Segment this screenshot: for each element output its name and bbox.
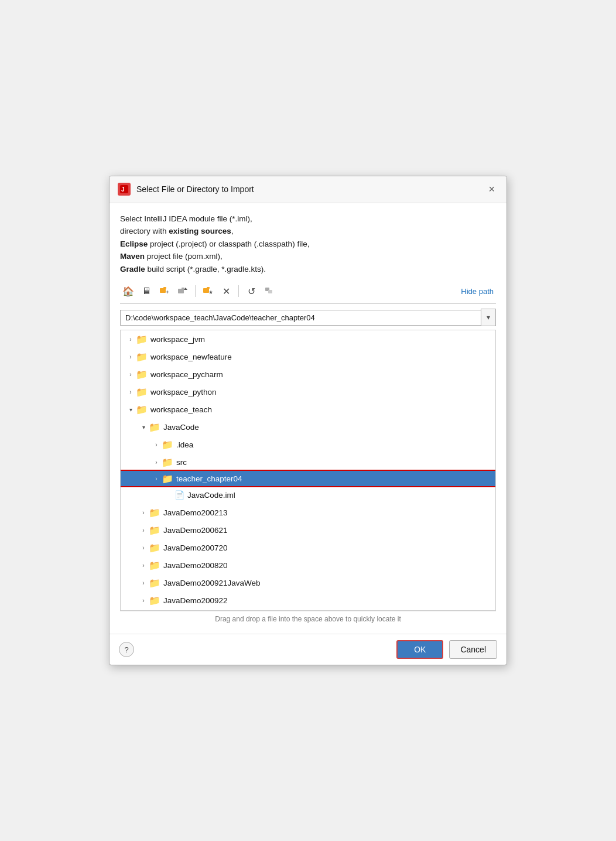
- tree-item-label: JavaCode.iml: [187, 491, 235, 500]
- desc-line3b: project (.project) or classpath (.classp…: [148, 240, 309, 248]
- folder-icon: 📁: [136, 387, 148, 398]
- tree-item-label: src: [176, 458, 187, 467]
- refresh-button[interactable]: ↺: [243, 283, 259, 299]
- folder-icon: 📁: [136, 404, 148, 415]
- tree-item-label: .idea: [176, 440, 193, 449]
- folder-icon: 📁: [162, 473, 173, 484]
- tree-item[interactable]: ›📁JavaDemo200921JavaWeb: [121, 574, 495, 592]
- desc-line1: Select IntelliJ IDEA module file (*.iml)…: [120, 214, 252, 223]
- tree-item-label: JavaDemo200720: [163, 543, 228, 552]
- desc-line2b: ,: [231, 227, 234, 235]
- tree-item-label: workspace_jvm: [150, 335, 205, 344]
- tree-item[interactable]: ›📁workspace_python: [121, 383, 495, 401]
- drag-hint: Drag and drop a file into the space abov…: [120, 611, 496, 627]
- tree-toggle-icon[interactable]: ›: [138, 577, 149, 588]
- desc-bold2: existing sources: [169, 227, 231, 235]
- svg-rect-2: [160, 288, 166, 293]
- svg-text:+: +: [166, 289, 169, 295]
- tree-toggle-icon[interactable]: ›: [125, 334, 136, 344]
- desktop-button[interactable]: 🖥: [138, 283, 155, 299]
- desc-line5b: build script (*.gradle, *.gradle.kts).: [145, 265, 266, 274]
- tree-item[interactable]: ›📁workspace_newfeature: [121, 348, 495, 365]
- app-icon: J: [118, 183, 131, 196]
- toolbar-sep2: [238, 285, 239, 297]
- folder-up-button[interactable]: [174, 283, 191, 299]
- folder-icon: 📁: [136, 369, 148, 380]
- tree-toggle-icon[interactable]: ›: [138, 507, 149, 518]
- tree-item[interactable]: ▾📁workspace_teach: [121, 401, 495, 418]
- path-bar: ▾: [120, 309, 496, 326]
- tree-toggle-icon[interactable]: ▾: [125, 404, 136, 415]
- tree-item-label: workspace_python: [150, 388, 217, 396]
- tree-item-label: JavaDemo200921JavaWeb: [163, 579, 261, 587]
- collapse-button[interactable]: [261, 283, 278, 299]
- tree-item-label: JavaDemo200820: [163, 561, 228, 570]
- cancel-button[interactable]: Cancel: [449, 640, 497, 659]
- svg-rect-6: [182, 288, 184, 289]
- folder-fav-button[interactable]: ★: [200, 283, 216, 299]
- dialog-body: Select IntelliJ IDEA module file (*.iml)…: [109, 203, 507, 634]
- tree-item[interactable]: ›📁JavaDemo200213: [121, 504, 495, 521]
- tree-item[interactable]: ›📁JavaDemo200922: [121, 592, 495, 609]
- tree-toggle-icon[interactable]: ›: [138, 560, 149, 570]
- import-dialog: J Select File or Directory to Import × S…: [109, 176, 507, 666]
- tree-item[interactable]: ›📁src: [121, 453, 495, 471]
- tree-toggle-icon[interactable]: ›: [125, 387, 136, 397]
- tree-toggle-icon[interactable]: ▾: [138, 422, 149, 432]
- tree-toggle-icon[interactable]: ›: [151, 457, 162, 467]
- folder-icon: 📁: [162, 457, 173, 468]
- tree-item-label: teacher_chapter04: [176, 474, 242, 483]
- folder-icon: 📁: [149, 542, 160, 553]
- folder-icon: 📁: [149, 507, 160, 518]
- tree-item-label: JavaDemo200621: [163, 526, 228, 535]
- tree-item[interactable]: ›📁workspace_pycharm: [121, 365, 495, 383]
- tree-item[interactable]: ›📁.idea: [121, 436, 495, 453]
- svg-rect-3: [163, 287, 166, 289]
- tree-toggle-icon[interactable]: ›: [151, 473, 162, 484]
- svg-rect-5: [178, 289, 184, 293]
- folder-icon: 📁: [149, 560, 160, 571]
- tree-item-label: workspace_newfeature: [150, 353, 232, 361]
- path-dropdown-button[interactable]: ▾: [481, 309, 496, 326]
- desc-line2: directory with: [120, 227, 169, 235]
- title-bar: J Select File or Directory to Import ×: [109, 176, 507, 203]
- tree-item[interactable]: ›📁JavaDemo200621: [121, 521, 495, 539]
- desc-eclipse: Eclipse: [120, 240, 148, 248]
- tree-toggle-icon[interactable]: ›: [151, 439, 162, 450]
- tree-toggle-icon[interactable]: ›: [138, 525, 149, 535]
- folder-icon: 📁: [162, 439, 173, 450]
- footer-buttons: OK Cancel: [396, 640, 497, 659]
- file-tree: ›📁workspace_jvm›📁workspace_newfeature›📁w…: [120, 330, 496, 611]
- ok-button[interactable]: OK: [396, 640, 443, 659]
- new-folder-button[interactable]: +: [156, 283, 173, 299]
- tree-item[interactable]: ›📁JavaDemo200720: [121, 539, 495, 556]
- tree-toggle-icon[interactable]: ›: [125, 369, 136, 380]
- tree-toggle-icon[interactable]: ›: [125, 351, 136, 362]
- dialog-footer: ? OK Cancel: [109, 634, 507, 665]
- tree-toggle-icon[interactable]: ›: [138, 595, 149, 606]
- tree-item-label: JavaCode: [163, 423, 199, 432]
- tree-item[interactable]: 📄JavaCode.iml: [121, 486, 495, 504]
- tree-toggle-icon[interactable]: [164, 490, 174, 500]
- tree-item-label: JavaDemo200922: [163, 596, 228, 605]
- dialog-title: Select File or Directory to Import: [136, 184, 485, 194]
- tree-item[interactable]: ›📁JavaDemo200820: [121, 556, 495, 574]
- tree-item[interactable]: ›📁teacher_chapter04: [120, 470, 496, 487]
- hide-path-button[interactable]: Hide path: [458, 286, 496, 297]
- folder-icon: 📁: [149, 422, 160, 433]
- file-icon: 📄: [174, 490, 184, 500]
- tree-item[interactable]: ▾📁JavaCode: [121, 418, 495, 436]
- tree-toggle-icon[interactable]: ›: [138, 542, 149, 553]
- delete-button[interactable]: ✕: [218, 283, 234, 299]
- svg-rect-9: [207, 287, 210, 289]
- close-button[interactable]: ×: [485, 182, 498, 197]
- folder-icon: 📁: [149, 577, 160, 589]
- folder-icon: 📁: [136, 334, 148, 345]
- svg-text:★: ★: [208, 289, 213, 295]
- folder-icon: 📁: [149, 595, 160, 606]
- path-input[interactable]: [120, 310, 481, 326]
- help-button[interactable]: ?: [119, 642, 134, 657]
- svg-text:J: J: [121, 186, 125, 193]
- tree-item[interactable]: ›📁workspace_jvm: [121, 330, 495, 348]
- home-button[interactable]: 🏠: [120, 283, 136, 299]
